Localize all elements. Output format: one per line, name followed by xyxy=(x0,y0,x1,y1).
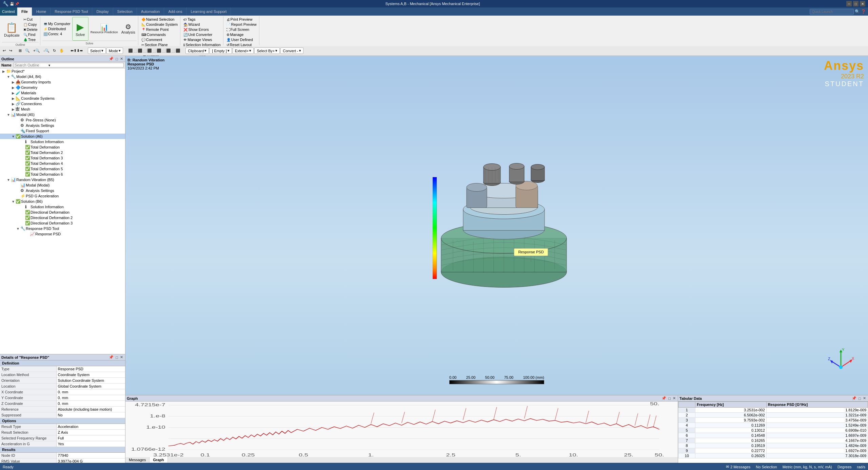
graph-expand-button[interactable]: □ xyxy=(668,396,671,400)
messages-tab[interactable]: Messages xyxy=(125,457,150,463)
tree-toggle[interactable]: ▼ xyxy=(16,227,20,231)
viewport-3d[interactable]: Ansys 2023 R2 STUDENT B: Random Vibratio… xyxy=(125,56,868,395)
detail-value[interactable]: Absolute (including base motion) xyxy=(56,407,125,412)
detail-value[interactable]: 0. mm xyxy=(56,389,125,395)
distributed-button[interactable]: ⚡ Distributed xyxy=(42,26,72,31)
graph-tab[interactable]: Graph xyxy=(150,457,167,463)
tree-item[interactable]: ▶ 🔗 Connections xyxy=(0,101,125,106)
tree-item[interactable]: ▼ 📊 Modal (A5) xyxy=(0,112,125,117)
select-dropdown[interactable]: Select ▾ xyxy=(88,47,106,54)
duplicate-button[interactable]: 📋 Duplicate xyxy=(2,18,22,41)
resource-prediction-button[interactable]: 📊 Resource Prediction xyxy=(89,23,119,35)
detail-value[interactable]: 0. mm xyxy=(56,395,125,401)
tree-item[interactable]: ✅ Directional Deformation xyxy=(0,210,125,215)
tree-toggle[interactable]: ▶ xyxy=(11,80,16,84)
tree-item[interactable]: 📊 Modal (Modal) xyxy=(0,182,125,188)
tree-item[interactable]: 📈 Response PSD xyxy=(0,231,125,237)
option-value[interactable]: Yes xyxy=(56,441,125,447)
show-errors-button[interactable]: ❌ Show Errors xyxy=(182,27,210,32)
detail-value[interactable]: Global Coordinate System xyxy=(56,384,125,389)
tree-item[interactable]: ✅ Total Deformation 6 xyxy=(0,172,125,177)
full-screen-button[interactable]: ⛶ Full Screen xyxy=(225,27,251,32)
tab-response-psd-tool[interactable]: Response PSD Tool xyxy=(51,7,92,16)
user-defined-button[interactable]: 👤 User Defined xyxy=(225,37,254,42)
tags-button[interactable]: 🏷 Tags xyxy=(182,17,196,22)
mode-dropdown[interactable]: Mode ▾ xyxy=(106,47,123,54)
zoom-box-button[interactable]: 🔍 xyxy=(24,48,31,54)
redo-button[interactable]: ↪ xyxy=(8,48,14,54)
tabular-close-button[interactable]: ✕ xyxy=(862,396,867,400)
tree-item[interactable]: ▶ 📐 Coordinate Systems xyxy=(0,96,125,101)
tree-item[interactable]: ▼ ✅ Solution (A6) xyxy=(0,134,125,139)
tree-toggle[interactable]: ▶ xyxy=(11,107,16,111)
tree-item[interactable]: ▶ 🧪 Materials xyxy=(0,90,125,96)
close-button[interactable]: ✕ xyxy=(860,1,865,6)
report-preview-button[interactable]: 📄 Report Preview xyxy=(225,22,258,27)
quick-launch-input[interactable] xyxy=(810,9,854,15)
graph-close-button[interactable]: ✕ xyxy=(672,396,676,400)
nav-buttons[interactable]: ⬅⬆⬇➡ xyxy=(69,48,84,54)
rotate-button[interactable]: ↻ xyxy=(52,48,57,54)
tab-selection[interactable]: Selection xyxy=(113,7,137,16)
solve-button[interactable]: ▶ Solve xyxy=(72,17,88,41)
outline-expand-button[interactable]: □ xyxy=(115,57,119,61)
tree-toggle[interactable]: ▼ xyxy=(11,200,16,203)
outline-search-input[interactable] xyxy=(15,63,48,67)
tree-item[interactable]: ℹ Solution Information xyxy=(0,139,125,144)
details-pin-button[interactable]: 📌 xyxy=(108,355,114,359)
copy-button[interactable]: 📋 Copy xyxy=(22,22,39,27)
zoom-in-button[interactable]: +🔍 xyxy=(32,48,41,54)
pan-button[interactable]: ✋ xyxy=(58,48,65,54)
commands-button[interactable]: ⌨ Commands xyxy=(140,32,167,37)
tree-item[interactable]: ▶ 🔷 Geometry xyxy=(0,85,125,90)
option-value[interactable]: Full xyxy=(56,435,125,441)
tree-item[interactable]: ⚡ PSD G Acceleration xyxy=(0,193,125,199)
analysis-button[interactable]: ⚙ Analysis xyxy=(120,23,137,35)
outline-close-button[interactable]: ✕ xyxy=(119,57,124,61)
graph-pin-button[interactable]: 📌 xyxy=(661,396,667,400)
detail-value[interactable]: Response PSD xyxy=(56,366,125,372)
tree-item[interactable]: ▼ 🔧 Response PSD Tool xyxy=(0,226,125,231)
tree-toggle[interactable]: ▼ xyxy=(6,113,11,117)
tree-item[interactable]: ✅ Directional Deformation 2 xyxy=(0,215,125,220)
option-value[interactable]: Acceleration xyxy=(56,424,125,430)
tree-item[interactable]: ℹ Solution Information xyxy=(0,204,125,210)
tree-toggle[interactable]: ▼ xyxy=(11,135,16,138)
maximize-button[interactable]: □ xyxy=(853,1,859,6)
manage-button[interactable]: ⚙ Manage xyxy=(225,32,245,37)
tree-toggle[interactable]: ▶ xyxy=(11,86,16,90)
extend-dropdown[interactable]: Extend+ ▾ xyxy=(233,47,254,54)
empty-dropdown[interactable]: [ Empty ] ▾ xyxy=(210,47,232,54)
tree-toggle[interactable]: ▶ xyxy=(11,91,16,95)
details-close-button[interactable]: ✕ xyxy=(119,355,124,359)
tabular-expand-button[interactable]: □ xyxy=(858,396,862,400)
outline-pin-button[interactable]: 📌 xyxy=(108,57,114,61)
tree-item[interactable]: ▼ 📊 Random Vibration (B5) xyxy=(0,177,125,182)
tree-toggle[interactable]: ▶ xyxy=(1,70,6,73)
tree-item[interactable]: ⚙ Analysis Settings xyxy=(0,123,125,128)
tree-item[interactable]: ⚙ Pre-Stress (None) xyxy=(0,117,125,123)
tree-item[interactable]: ✅ Directional Deformation 3 xyxy=(0,220,125,226)
tree-item[interactable]: ⚙ Analysis Settings xyxy=(0,188,125,193)
tree-item[interactable]: ✅ Total Deformation 2 xyxy=(0,150,125,155)
tree-item[interactable]: ▶ 🕸 Mesh xyxy=(0,106,125,112)
tree-item[interactable]: ▶ 📁 Project* xyxy=(0,68,125,74)
comment-button[interactable]: 💬 Comment xyxy=(140,37,163,42)
toolbar-icons[interactable]: ⬛⬜⬛⬜⬛⬜⬛⬜⬛⬜⬛ xyxy=(127,48,182,54)
tree-item[interactable]: ✅ Total Deformation 4 xyxy=(0,161,125,166)
option-value[interactable]: Z Axis xyxy=(56,430,125,435)
details-expand-button[interactable]: □ xyxy=(115,355,119,359)
zoom-out-button[interactable]: -🔍 xyxy=(42,48,51,54)
remote-point-button[interactable]: 📍 Remote Point xyxy=(140,27,170,32)
unit-converter-button[interactable]: 🔄 Unit Converter xyxy=(182,32,213,37)
coordinate-system-button[interactable]: 📐 Coordinate System xyxy=(140,22,179,27)
tab-display[interactable]: Display xyxy=(92,7,113,16)
find-button[interactable]: 🔍 Find xyxy=(22,32,39,37)
tree-item[interactable]: ✅ Total Deformation xyxy=(0,144,125,150)
detail-value[interactable]: 0. mm xyxy=(56,401,125,407)
search-dropdown-icon[interactable]: ▾ xyxy=(48,63,50,67)
clipboard-dropdown[interactable]: Clipboard ▾ xyxy=(185,47,209,54)
tree-item[interactable]: ✅ Total Deformation 3 xyxy=(0,155,125,161)
cut-button[interactable]: ✂ Cut xyxy=(22,17,39,22)
undo-button[interactable]: ↩ xyxy=(1,48,7,54)
